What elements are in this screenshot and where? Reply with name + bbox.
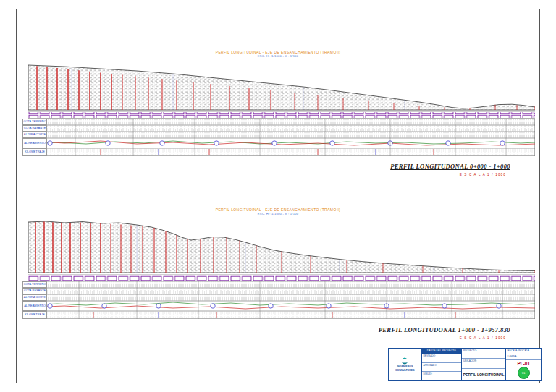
title-block-project-label: PROYECTO: xyxy=(462,349,505,359)
profile2-drawing xyxy=(28,218,535,319)
title-block-location-label: UBICACION: xyxy=(462,359,505,369)
profile2-band-label-3: ALTURA CORTE xyxy=(22,294,47,301)
profile1-band2-ticks xyxy=(28,126,535,132)
title-block-desc-row2: APROBADO: xyxy=(422,363,461,372)
profile1-drawing xyxy=(28,62,535,156)
profile2-band2-ticks xyxy=(28,289,535,294)
profile2-band-label-5: KILOMETRAJE xyxy=(22,311,47,319)
stamp-circle-icon: 01 xyxy=(518,367,530,379)
profile1-scale-note: E S C A L A 1 / 1000 xyxy=(460,173,506,176)
drawing-title: PERFIL LONGITUDINAL xyxy=(462,369,505,380)
profile1-band-label-3: ALTURA CORTE xyxy=(22,132,47,138)
profile2-band1-ticks xyxy=(28,282,535,288)
title-block-logo-cell: INGENIEROS CONSULTORES xyxy=(389,349,422,380)
title-block-scale-row: ESCALA: INDICADA xyxy=(506,349,541,354)
drawing-sheet: PERFIL LONGITUDINAL - EJE DE ENSANCHAMIE… xyxy=(0,0,556,392)
profile2-band3-ticks xyxy=(28,295,535,301)
profile1-band3-ticks xyxy=(28,132,535,138)
profile1-station-boxes xyxy=(28,112,535,118)
title-block-description-cell: DATOS DEL PROYECTO REVISADO: APROBADO: D… xyxy=(422,349,462,380)
title-block-middle-cell: PROYECTO: UBICACION: PERFIL LONGITUDINAL xyxy=(462,349,506,380)
company-logo-icon xyxy=(400,357,409,365)
sheet-frame: PERFIL LONGITUDINAL - EJE DE ENSANCHAMIE… xyxy=(16,9,540,383)
profile1-band5-ticks xyxy=(28,149,535,156)
profile2-band-label-4: ALINEAMIENTO xyxy=(22,301,47,311)
title-block-desc-row1: REVISADO: xyxy=(422,354,461,363)
profile2-scale-note: E S C A L A 1 / 1000 xyxy=(460,336,506,340)
profile2-title: PERFIL LONGITUDONAL 1+000 - 1+957.830 xyxy=(379,326,510,333)
profile1-band-label-1: COTA TERRENO xyxy=(22,119,47,125)
profile2-header: PERFIL LONGITUDINAL - EJE DE ENSANCHAMIE… xyxy=(17,208,539,216)
profile1-band1-ticks xyxy=(28,119,535,125)
title-block-desc-row3: DIBUJO: xyxy=(422,372,461,380)
title-block-header-band: DATOS DEL PROYECTO xyxy=(422,349,461,354)
profile2-band-label-2: COTA RASANTE xyxy=(22,288,47,294)
profile1-header-line2: ESC. H : 1/1000 - V : 1/100 xyxy=(17,54,539,58)
company-name-line2: CONSULTORES xyxy=(395,370,415,372)
profile1-header: PERFIL LONGITUDINAL - EJE DE ENSANCHAMIE… xyxy=(17,50,539,58)
profile2-header-line2: ESC. H : 1/1000 - V : 1/100 xyxy=(17,212,539,216)
profile1-band-label-5: KILOMETRAJE xyxy=(22,148,47,156)
profile2-band-label-1: COTA TERRENO xyxy=(22,281,47,288)
profile1-title: PERFIL LONGITUDONAL 0+000 - 1+000 xyxy=(390,163,510,170)
profile2-station-boxes xyxy=(28,275,535,281)
title-block: INGENIEROS CONSULTORES DATOS DEL PROYECT… xyxy=(388,348,542,381)
profile1-terrain-area xyxy=(28,65,535,110)
title-block-sheet-cell: ESCALA: INDICADA LAMINA: PL-01 01 xyxy=(506,349,541,380)
profile1-band-label-4: ALINEAMIENTO xyxy=(22,138,47,148)
profile1-band-label-2: COTA RASANTE xyxy=(22,125,47,132)
profile2-band5-ticks xyxy=(28,312,535,319)
sheet-code: PL-01 xyxy=(506,360,541,366)
title-block-sheet-label: LAMINA: xyxy=(506,354,541,360)
